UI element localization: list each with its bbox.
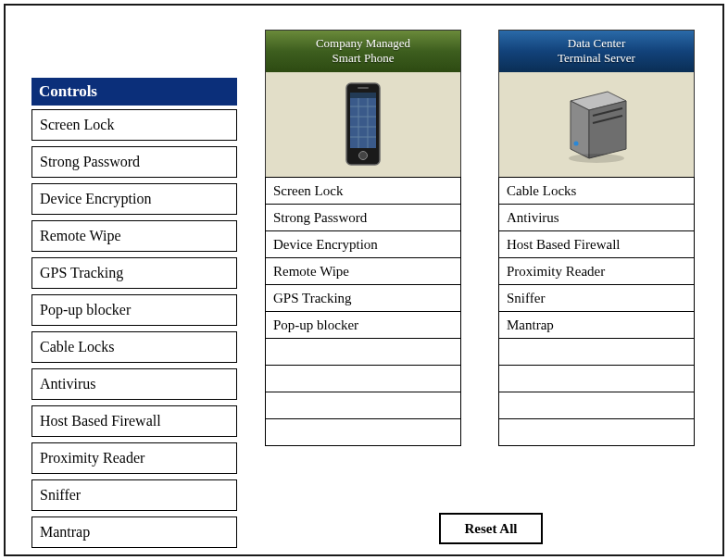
drop-slot-list: Cable Locks Antivirus Host Based Firewal… [498, 177, 695, 446]
device-card-server: Data Center Terminal Server [498, 30, 695, 446]
device-card-phone: Company Managed Smart Phone [265, 30, 461, 446]
control-item[interactable]: Cable Locks [31, 331, 237, 363]
device-title-line: Company Managed [270, 36, 457, 51]
smartphone-icon [266, 72, 460, 178]
drop-slot[interactable] [265, 392, 461, 419]
device-header: Data Center Terminal Server [498, 30, 695, 178]
drop-slot[interactable]: Screen Lock [265, 177, 461, 205]
device-title: Company Managed Smart Phone [266, 31, 460, 72]
drop-slot[interactable]: Host Based Firewall [498, 230, 695, 258]
svg-rect-1 [350, 93, 376, 148]
drop-slot[interactable]: Device Encryption [265, 230, 461, 258]
control-item[interactable]: Mantrap [31, 516, 237, 548]
drop-slot[interactable]: Pop-up blocker [265, 311, 461, 339]
svg-point-16 [574, 142, 579, 146]
drop-slot-list: Screen Lock Strong Password Device Encry… [265, 177, 461, 446]
drop-slot[interactable] [265, 418, 461, 446]
svg-rect-2 [350, 93, 376, 98]
drop-slot[interactable]: GPS Tracking [265, 284, 461, 312]
svg-point-17 [569, 154, 624, 163]
device-title: Data Center Terminal Server [499, 31, 694, 72]
reset-all-button[interactable]: Reset All [439, 513, 543, 544]
drop-slot[interactable]: Sniffer [498, 284, 695, 312]
device-title-line: Smart Phone [270, 51, 457, 66]
control-item[interactable]: Sniffer [31, 479, 237, 511]
control-item[interactable]: Host Based Firewall [31, 405, 237, 437]
drop-slot[interactable]: Mantrap [498, 311, 695, 339]
drop-slot[interactable]: Cable Locks [498, 177, 695, 205]
drop-slot[interactable]: Antivirus [498, 204, 695, 231]
drop-slot[interactable] [498, 338, 695, 366]
control-item[interactable]: Device Encryption [31, 183, 237, 215]
svg-rect-10 [358, 87, 369, 89]
drop-slot[interactable] [265, 365, 461, 392]
device-header: Company Managed Smart Phone [265, 30, 461, 178]
control-item[interactable]: Pop-up blocker [31, 294, 237, 326]
device-title-line: Terminal Server [503, 51, 690, 66]
svg-marker-12 [571, 101, 589, 158]
drop-slot[interactable] [498, 418, 695, 446]
drop-slot[interactable]: Proximity Reader [498, 257, 695, 285]
control-item[interactable]: Remote Wipe [31, 220, 237, 252]
drop-slot[interactable] [498, 392, 695, 419]
server-icon [499, 72, 694, 178]
control-item[interactable]: GPS Tracking [31, 257, 237, 289]
exercise-frame: Controls Screen Lock Strong Password Dev… [4, 4, 724, 556]
control-item[interactable]: Antivirus [31, 368, 237, 400]
control-item[interactable]: Proximity Reader [31, 442, 237, 474]
drop-slot[interactable] [265, 338, 461, 366]
svg-point-9 [359, 152, 368, 160]
device-title-line: Data Center [503, 36, 690, 51]
drop-slot[interactable] [498, 365, 695, 392]
controls-panel: Controls Screen Lock Strong Password Dev… [31, 78, 237, 554]
drop-slot[interactable]: Remote Wipe [265, 257, 461, 285]
drop-slot[interactable]: Strong Password [265, 204, 461, 231]
controls-header: Controls [31, 78, 237, 106]
control-item[interactable]: Screen Lock [31, 109, 237, 141]
control-item[interactable]: Strong Password [31, 146, 237, 178]
